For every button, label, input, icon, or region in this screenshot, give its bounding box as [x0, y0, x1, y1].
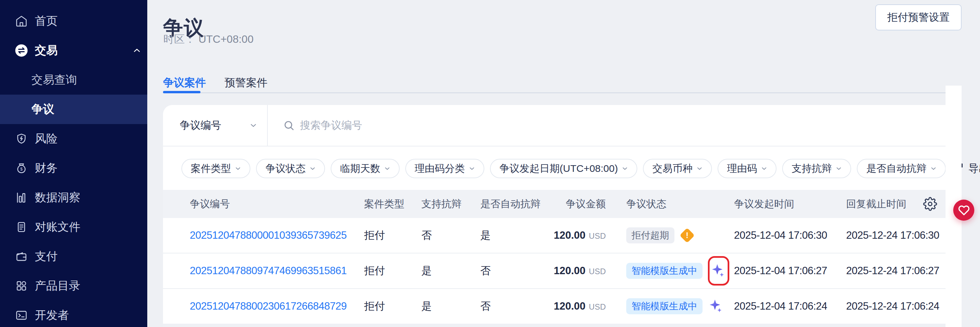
sidebar-item-risk[interactable]: 风险: [0, 124, 147, 154]
transactions-icon: [14, 43, 29, 58]
created-time: 2025-12-04 17:06:24: [734, 300, 846, 312]
sidebar-item-finance[interactable]: $ 财务: [0, 154, 147, 183]
case-type-cell: 拒付: [364, 264, 422, 278]
ai-sparkle-icon[interactable]: [708, 298, 725, 314]
column-settings-gear-icon[interactable]: [923, 197, 937, 211]
sidebar-item-label: 数据洞察: [35, 190, 80, 205]
timezone-label: 时区：: [163, 33, 196, 45]
export-label: 导出争议信息: [968, 162, 980, 176]
sidebar-item-developer[interactable]: 开发者: [0, 301, 147, 327]
filter-defensible[interactable]: 支持抗辩: [782, 159, 851, 178]
overdue-warning-icon[interactable]: !: [679, 228, 695, 243]
dispute-id-link[interactable]: 2025120478800230617266848729: [190, 300, 347, 312]
search-row: 争议编号 搜索争议编号: [163, 105, 962, 146]
filter-label: 理由码: [727, 162, 757, 176]
disputes-page: 首页 交易 交易查询 争议 风险 $: [0, 0, 980, 327]
filter-dispute-date[interactable]: 争议发起日期(UTC+08:00): [490, 159, 637, 178]
sidebar-item-label: 对账文件: [35, 219, 80, 235]
col-case-type: 案件类型: [364, 197, 422, 211]
dispute-amount: 120.00: [554, 265, 586, 277]
auto-defense-cell: 否: [480, 299, 547, 313]
money-bag-icon: $: [14, 161, 29, 176]
chevron-down-icon: [760, 165, 768, 172]
sidebar-item-transactions[interactable]: 交易: [0, 36, 147, 65]
chevron-down-icon: [835, 165, 842, 172]
filter-currency[interactable]: 交易币种: [643, 159, 712, 178]
defensible-cell: 否: [422, 229, 480, 243]
sidebar-item-label: 交易: [35, 43, 57, 58]
sidebar-item-label: 支付: [35, 249, 57, 264]
search-field-selector[interactable]: 争议编号: [163, 105, 268, 146]
sidebar-item-catalog[interactable]: 产品目录: [0, 271, 147, 301]
filter-auto-defense[interactable]: 是否自动抗辩: [857, 159, 946, 178]
filter-label: 争议发起日期(UTC+08:00): [500, 162, 618, 176]
filter-row: 案件类型 争议状态 临期天数 理由码分类 争议发起日期(UTC+08:00) 交…: [163, 147, 962, 190]
chevron-down-icon: [696, 165, 703, 172]
dispute-id-link[interactable]: 2025120478800001039365739625: [190, 229, 347, 241]
status-badge: 拒付超期: [626, 227, 675, 243]
status-badge: 智能模版生成中: [626, 298, 703, 314]
sidebar-item-label: 风险: [35, 131, 57, 146]
case-type-cell: 拒付: [364, 299, 422, 313]
sidebar-item-label: 开发者: [35, 308, 69, 323]
created-time: 2025-12-04 17:06:27: [734, 265, 846, 277]
defensible-cell: 是: [422, 264, 480, 278]
created-time: 2025-12-04 17:06:30: [734, 229, 846, 241]
filter-case-type[interactable]: 案件类型: [181, 159, 250, 178]
shield-icon: [14, 132, 29, 146]
sidebar-item-label: 财务: [35, 160, 57, 176]
sidebar-item-insights[interactable]: 数据洞察: [0, 183, 147, 212]
search-icon: [283, 120, 294, 131]
currency-code: USD: [589, 302, 606, 312]
filter-label: 交易币种: [652, 162, 692, 176]
chevron-down-icon: [621, 165, 628, 172]
filter-dispute-status[interactable]: 争议状态: [256, 159, 325, 178]
svg-text:$: $: [20, 167, 22, 171]
col-defensible: 支持抗辩: [422, 197, 480, 211]
col-created-time: 争议发起时间: [734, 197, 846, 211]
col-auto-defense: 是否自动抗辩: [480, 197, 547, 211]
sidebar-item-disputes[interactable]: 争议: [0, 95, 147, 124]
timezone-value: UTC+08:00: [199, 33, 254, 45]
deadline-time: 2025-12-24 17:06:27: [846, 265, 945, 277]
tabs-divider: [163, 92, 962, 93]
sidebar-item-payments[interactable]: 支付: [0, 242, 147, 271]
sidebar: 首页 交易 交易查询 争议 风险 $: [0, 0, 147, 327]
table-row: 2025120478800230617266848729 拒付 是 否 120.…: [163, 289, 945, 324]
deadline-time: 2025-12-24 17:06:30: [846, 229, 945, 241]
table-header: 争议编号 案件类型 支持抗辩 是否自动抗辩 争议金额 争议状态 争议发起时间 回…: [163, 190, 945, 218]
sidebar-item-label: 产品目录: [35, 278, 80, 294]
sidebar-item-reconciliation[interactable]: 对账文件: [0, 212, 147, 242]
filter-label: 临期天数: [340, 162, 380, 176]
deadline-time: 2025-12-24 17:06:24: [846, 300, 945, 312]
annotation-highlight: [708, 256, 729, 286]
filter-label: 争议状态: [266, 162, 305, 176]
currency-code: USD: [589, 267, 606, 276]
wallet-icon: [14, 249, 29, 264]
sidebar-item-label: 首页: [35, 13, 57, 29]
filter-days-to-due[interactable]: 临期天数: [331, 159, 399, 178]
case-type-cell: 拒付: [364, 229, 422, 243]
col-amount: 争议金额: [547, 197, 606, 211]
document-icon: [14, 220, 29, 234]
filter-label: 理由码分类: [415, 162, 465, 176]
filter-reason-category[interactable]: 理由码分类: [405, 159, 484, 178]
chargeback-alert-settings-button[interactable]: 拒付预警设置: [875, 4, 962, 30]
home-icon: [14, 14, 29, 29]
chevron-down-icon: [234, 165, 242, 172]
grid-icon: [14, 278, 29, 293]
dispute-id-link[interactable]: 2025120478809747469963515861: [190, 265, 347, 276]
chevron-down-icon: [383, 165, 391, 172]
sidebar-item-home[interactable]: 首页: [0, 6, 147, 36]
sidebar-item-transaction-search[interactable]: 交易查询: [0, 65, 147, 95]
status-badge: 智能模版生成中: [626, 263, 703, 279]
feedback-heart-button[interactable]: [953, 200, 974, 221]
bar-chart-icon: [14, 190, 29, 205]
chevron-down-icon: [309, 165, 316, 172]
chevron-up-icon[interactable]: [132, 46, 142, 56]
horizontal-scrollbar-track[interactable]: [163, 324, 945, 327]
filter-reason-code[interactable]: 理由码: [718, 159, 776, 178]
search-input[interactable]: 搜索争议编号: [268, 105, 962, 146]
ai-sparkle-icon[interactable]: [710, 262, 727, 279]
filter-label: 支持抗辩: [792, 162, 832, 176]
